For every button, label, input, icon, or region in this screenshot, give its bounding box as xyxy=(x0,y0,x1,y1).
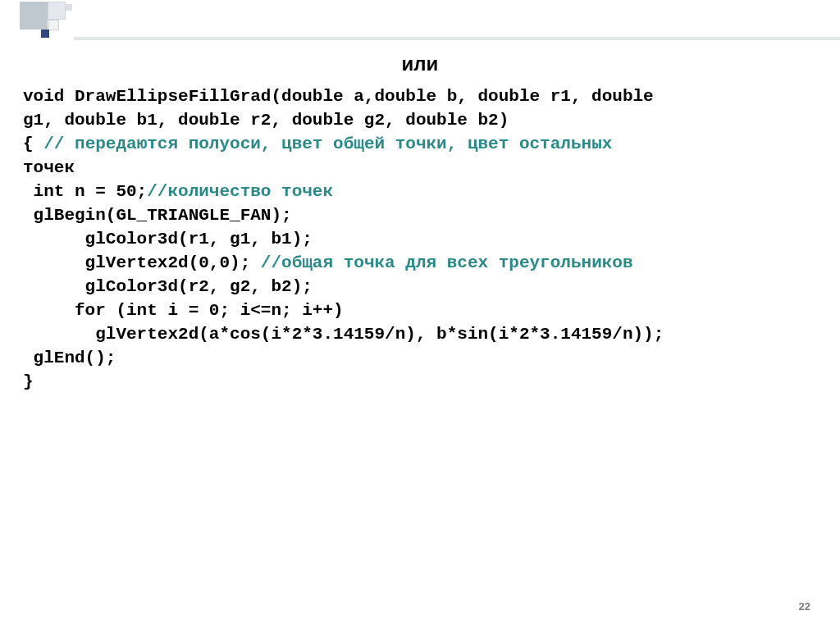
code-comment: // передаются полуоси, цвет общей точки,… xyxy=(43,134,612,153)
code-line: glBegin(GL_TRIANGLE_FAN); xyxy=(23,206,292,225)
code-line: for (int i = 0; i<=n; i++) xyxy=(23,301,344,320)
code-block: void DrawEllipseFillGrad(double a,double… xyxy=(23,85,817,394)
code-line: { xyxy=(23,134,43,153)
code-line: glColor3d(r2, g2, b2); xyxy=(23,277,313,296)
code-comment: //количество точек xyxy=(147,182,333,201)
decoration-square xyxy=(48,20,59,30)
decoration-divider xyxy=(74,37,840,40)
code-line: } xyxy=(23,372,34,391)
code-comment: //общая точка для всех треугольников xyxy=(261,253,633,272)
code-line: точек xyxy=(23,158,75,177)
code-line: glVertex2d(a*cos(i*2*3.14159/n), b*sin(i… xyxy=(23,325,664,344)
code-line: glColor3d(r1, g1, b1); xyxy=(23,230,313,248)
page-number: 22 xyxy=(799,600,810,613)
code-line: glEnd(); xyxy=(23,349,116,367)
slide: или void DrawEllipseFillGrad(double a,do… xyxy=(0,0,840,629)
code-line: g1, double b1, double r2, double g2, dou… xyxy=(23,111,509,130)
slide-decoration xyxy=(0,0,172,49)
decoration-square xyxy=(66,4,72,11)
decoration-square xyxy=(48,2,66,20)
code-line: int n = 50; xyxy=(23,182,147,201)
content-area: или void DrawEllipseFillGrad(double a,do… xyxy=(23,49,817,394)
code-line: void DrawEllipseFillGrad(double a,double… xyxy=(23,87,654,106)
slide-title: или xyxy=(23,52,817,75)
code-line: glVertex2d(0,0); xyxy=(23,253,261,272)
decoration-square xyxy=(20,2,48,30)
decoration-square xyxy=(41,30,49,38)
